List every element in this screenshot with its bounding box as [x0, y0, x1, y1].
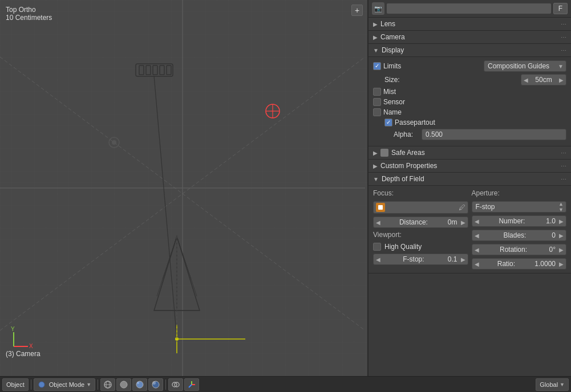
- object-name-input[interactable]: Camera: [387, 3, 551, 14]
- solid-icon: [119, 380, 128, 389]
- fstop-left-arrow-icon[interactable]: ◀: [376, 256, 380, 263]
- name-checkbox[interactable]: [373, 108, 381, 116]
- axis-indicator: X Y: [8, 326, 34, 352]
- prop-header: 📷 Camera F: [368, 0, 571, 18]
- size-value: 50cm: [529, 76, 558, 84]
- viewport-canvas: [0, 0, 367, 376]
- limits-label: Limits: [383, 62, 481, 70]
- blades-field[interactable]: ◀ Blades: 0 ▶: [472, 230, 567, 241]
- svg-text:X: X: [29, 343, 33, 349]
- passepartout-row: ✓ Passepartout: [384, 119, 566, 126]
- dof-section-header[interactable]: ▼ Depth of Field ⋯: [368, 173, 571, 186]
- number-field[interactable]: ◀ Number: 1.0 ▶: [472, 215, 567, 227]
- svg-line-48: [189, 385, 192, 387]
- safe-areas-icon: [380, 149, 388, 157]
- fstop-field[interactable]: ◀ F-stop: 0.1 ▶: [373, 254, 468, 265]
- high-quality-row: High Quality: [373, 243, 468, 251]
- lens-section: ▶ Lens ⋯: [368, 18, 571, 31]
- dist-left-arrow-icon[interactable]: ◀: [376, 219, 380, 226]
- ratio-label: Ratio:: [480, 260, 533, 268]
- fstop-type-arrows: ▲ ▼: [558, 202, 564, 212]
- aperture-label: Aperture:: [472, 189, 567, 197]
- overlay-button[interactable]: [168, 378, 183, 391]
- focus-object-picker[interactable]: 🖊: [373, 201, 468, 214]
- num-left-arrow-icon[interactable]: ◀: [475, 218, 479, 224]
- viewport[interactable]: Top Ortho 10 Centimeters + (3) Camera X …: [0, 0, 368, 376]
- size-right-arrow-icon[interactable]: ▶: [559, 77, 564, 83]
- display-section: ▼ Display ⋯ ✓ Limits Composition Guides …: [368, 44, 571, 146]
- safe-areas-dots[interactable]: ⋯: [561, 150, 566, 156]
- num-right-arrow-icon[interactable]: ▶: [559, 218, 564, 224]
- fstop-type-dropdown[interactable]: F-stop ▲ ▼: [472, 201, 567, 213]
- ratio-right-arrow-icon[interactable]: ▶: [559, 261, 564, 267]
- camera-section-header[interactable]: ▶ Camera ⋯: [368, 31, 571, 43]
- custom-props-dots[interactable]: ⋯: [561, 163, 566, 169]
- viewport-shading-solid[interactable]: [116, 378, 131, 391]
- dist-right-arrow-icon[interactable]: ▶: [461, 219, 465, 226]
- limits-checkmark: ✓: [375, 63, 379, 69]
- fstop-right-arrow-icon[interactable]: ▶: [461, 256, 465, 263]
- eyedropper-icon[interactable]: 🖊: [459, 203, 465, 211]
- ratio-left-arrow-icon[interactable]: ◀: [475, 261, 479, 267]
- viewport-shading-material[interactable]: [132, 378, 147, 391]
- dof-dots[interactable]: ⋯: [561, 176, 566, 182]
- global-button[interactable]: Global ▼: [536, 378, 569, 391]
- ratio-field[interactable]: ◀ Ratio: 1.0000 ▶: [472, 258, 567, 270]
- custom-props-arrow-icon: ▶: [373, 163, 378, 169]
- rotation-field[interactable]: ◀ Rotation: 0° ▶: [472, 244, 567, 255]
- high-quality-checkbox[interactable]: [373, 243, 381, 251]
- focus-obj-icon: [376, 203, 385, 212]
- passepartout-checkbox[interactable]: ✓: [384, 119, 392, 126]
- viewport-add-button[interactable]: +: [351, 5, 363, 16]
- limits-checkbox[interactable]: ✓: [373, 62, 381, 70]
- fstop-value: 0.1: [448, 255, 457, 263]
- size-field[interactable]: ◀ 50cm ▶: [521, 74, 566, 85]
- sensor-label: Sensor: [383, 98, 566, 106]
- focus-label: Focus:: [373, 189, 468, 197]
- material-icon: [135, 380, 144, 389]
- camera-dots[interactable]: ⋯: [561, 34, 566, 40]
- bottom-toolbar: Object Object Mode ▼ Global ▼: [0, 376, 571, 392]
- high-quality-label: High Quality: [384, 243, 422, 251]
- sensor-checkbox[interactable]: [373, 98, 381, 106]
- alpha-field[interactable]: 0.500: [422, 129, 566, 140]
- rot-left-arrow-icon[interactable]: ◀: [475, 247, 479, 253]
- viewport-shading-wireframe[interactable]: [100, 378, 115, 391]
- size-left-arrow-icon[interactable]: ◀: [524, 77, 528, 83]
- svg-point-39: [120, 381, 127, 388]
- object-mode-button[interactable]: Object Mode ▼: [34, 378, 95, 391]
- gizmo-icon: [187, 380, 196, 389]
- svg-rect-34: [378, 205, 383, 210]
- camera-arrow-icon: ▶: [373, 34, 378, 40]
- viewport-shading-rendered[interactable]: [148, 378, 163, 391]
- distance-field[interactable]: ◀ Distance: 0m ▶: [373, 217, 468, 228]
- mist-label: Mist: [383, 88, 566, 96]
- size-label: Size:: [384, 76, 519, 84]
- object-button[interactable]: Object: [2, 378, 29, 391]
- name-label: Name: [383, 108, 566, 116]
- lens-section-header[interactable]: ▶ Lens ⋯: [368, 18, 571, 30]
- rot-right-arrow-icon[interactable]: ▶: [559, 247, 564, 253]
- composition-guides-dropdown[interactable]: Composition Guides ▼: [484, 60, 566, 72]
- display-dots[interactable]: ⋯: [561, 47, 566, 54]
- custom-properties-section-header[interactable]: ▶ Custom Properties ⋯: [368, 160, 571, 172]
- camera-section: ▶ Camera ⋯: [368, 31, 571, 44]
- viewport-label: Viewport:: [373, 231, 468, 239]
- rotation-value: 0°: [549, 246, 556, 254]
- global-arrow-icon: ▼: [560, 382, 565, 387]
- toolbar-sep-2: [98, 379, 98, 390]
- mist-checkbox[interactable]: [373, 88, 381, 96]
- display-section-header[interactable]: ▼ Display ⋯: [368, 44, 571, 57]
- svg-text:Y: Y: [11, 326, 15, 332]
- gizmo-button[interactable]: [184, 378, 199, 391]
- blades-left-arrow-icon[interactable]: ◀: [475, 232, 479, 239]
- safe-areas-section-header[interactable]: ▶ Safe Areas ⋯: [368, 146, 571, 159]
- ratio-value: 1.0000: [534, 260, 556, 268]
- blades-right-arrow-icon[interactable]: ▶: [559, 232, 564, 239]
- distance-label: Distance:: [382, 218, 446, 226]
- dof-focus-col: Focus: 🖊 ◀ Distance:: [373, 189, 468, 270]
- svg-point-41: [137, 382, 139, 384]
- fake-user-button[interactable]: F: [553, 3, 568, 14]
- fstop-label: F-stop:: [382, 255, 446, 263]
- lens-dots[interactable]: ⋯: [561, 21, 566, 27]
